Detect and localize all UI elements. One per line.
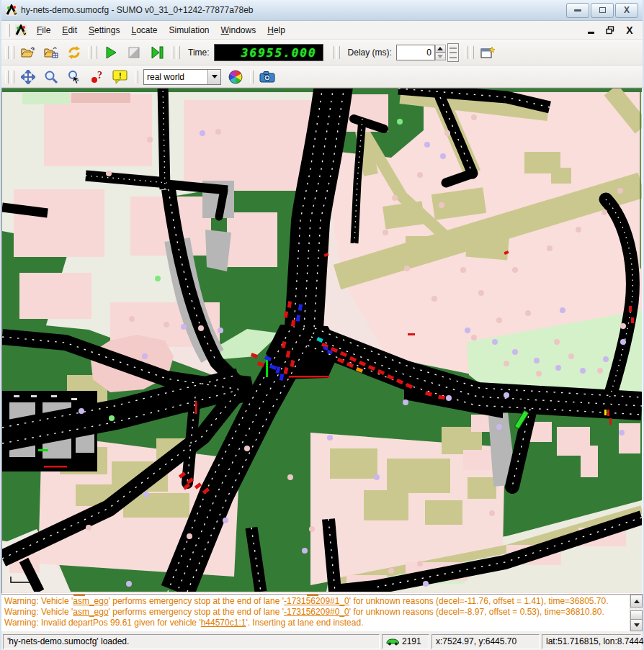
message-log-clipped-line xyxy=(1,595,643,596)
object-link[interactable]: -173156209#0_0 xyxy=(284,607,349,617)
title-bar[interactable]: hy-nets-demo.sumocfg - SUMO v0_31_0+1242… xyxy=(1,0,643,21)
run-button[interactable] xyxy=(100,42,122,63)
open-config-button[interactable] xyxy=(17,42,39,63)
toolbar-grip[interactable] xyxy=(88,46,91,59)
menu-help[interactable]: Help xyxy=(261,23,291,37)
toolbar-grip[interactable] xyxy=(5,46,9,59)
object-link[interactable]: h44570c1:1 xyxy=(201,618,246,628)
status-message: 'hy-nets-demo.sumocfg' loaded. xyxy=(7,636,129,646)
object-link[interactable]: asm_ego xyxy=(73,596,108,606)
warning-message: Warning: Invalid departPos 99.61 given f… xyxy=(4,618,630,628)
delay-input[interactable] xyxy=(397,47,434,58)
scroll-up-icon xyxy=(634,600,640,603)
toolbar-grip[interactable] xyxy=(465,46,468,59)
vehicle-count: 2191 xyxy=(402,636,421,646)
restore-button[interactable] xyxy=(591,3,614,18)
open-network-folder-icon xyxy=(44,46,58,59)
stop-button[interactable] xyxy=(123,42,145,63)
magnifier-icon xyxy=(44,70,58,84)
toolbar-grip[interactable] xyxy=(331,46,334,59)
toolbar-grip[interactable] xyxy=(94,46,97,59)
open-folder-icon xyxy=(21,46,35,59)
scroll-up-button[interactable] xyxy=(630,595,643,608)
vehicle-count-panel: 2191 xyxy=(382,634,429,649)
combobox-dropdown-button[interactable] xyxy=(207,70,220,84)
menu-settings[interactable]: Settings xyxy=(83,23,125,37)
mdi-close-button[interactable]: X xyxy=(621,23,638,37)
mdi-restore-button[interactable] xyxy=(601,23,619,37)
message-log-body: Warning: Vehicle 'asm_ego' performs emer… xyxy=(1,595,630,631)
scrollbar-track[interactable] xyxy=(630,608,643,618)
cursor-position: x:7524.97, y:6445.70 xyxy=(436,636,516,646)
reload-button[interactable] xyxy=(63,42,85,63)
inspect-vehicle-button[interactable]: ? xyxy=(86,68,108,86)
simulation-map xyxy=(2,89,642,592)
delay-dial[interactable] xyxy=(447,43,459,62)
locate-magnifier-icon xyxy=(67,70,81,84)
object-link[interactable]: asm_ego xyxy=(73,607,108,617)
sumo-main-window: hy-nets-demo.sumocfg - SUMO v0_31_0+1242… xyxy=(0,0,644,650)
view-scheme-value: real world xyxy=(144,70,207,84)
new-window-icon xyxy=(480,46,495,59)
toolbar-grip[interactable] xyxy=(6,24,10,37)
time-label: Time: xyxy=(188,48,210,58)
view-scheme-combobox[interactable]: real world xyxy=(143,69,221,85)
message-log-scrollbar[interactable] xyxy=(630,595,643,631)
mdi-minimize-button[interactable] xyxy=(582,23,599,37)
spin-down-icon xyxy=(437,55,443,58)
window-title: hy-nets-demo.sumocfg - SUMO v0_31_0+1242… xyxy=(21,5,566,15)
menu-edit[interactable]: Edit xyxy=(56,23,83,37)
status-message-panel: 'hy-nets-demo.sumocfg' loaded. xyxy=(3,634,380,649)
delay-input-box xyxy=(396,45,435,60)
zoom-button[interactable] xyxy=(40,68,62,86)
warning-message: Warning: Vehicle 'asm_ego' performs emer… xyxy=(4,607,630,618)
toolbar-grip[interactable] xyxy=(470,46,474,59)
toolbar-grip[interactable] xyxy=(11,46,14,59)
menu-items: FileEditSettingsLocateSimulationWindowsH… xyxy=(31,23,291,37)
time-display: 36955.000 xyxy=(214,44,323,61)
screenshot-button[interactable] xyxy=(256,68,278,86)
mdi-restore-icon xyxy=(606,26,614,35)
toolbar-grip[interactable] xyxy=(11,71,14,83)
open-network-button[interactable] xyxy=(40,42,62,63)
app-icon xyxy=(6,4,17,16)
message-log[interactable]: Warning: Vehicle 'asm_ego' performs emer… xyxy=(1,594,643,631)
map-canvas[interactable] xyxy=(1,88,643,594)
camera-icon xyxy=(259,71,275,83)
menu-file[interactable]: File xyxy=(31,23,56,37)
scroll-down-icon xyxy=(634,623,640,627)
menu-app-icon xyxy=(15,24,27,36)
recenter-view-button[interactable] xyxy=(17,68,39,86)
toolbar-grip[interactable] xyxy=(171,46,174,59)
view-toolbar: ? ! real world xyxy=(1,66,643,88)
show-messages-button[interactable]: ! xyxy=(109,68,131,86)
toolbar-grip[interactable] xyxy=(176,46,180,59)
locate-objects-button[interactable] xyxy=(63,68,85,86)
question-locate-icon: ? xyxy=(90,70,104,84)
close-button[interactable]: X xyxy=(615,3,638,18)
minimize-button[interactable] xyxy=(566,3,589,18)
menu-locate[interactable]: Locate xyxy=(125,23,163,37)
warning-message: Warning: Vehicle 'asm_ego' performs emer… xyxy=(4,596,630,607)
new-view-button[interactable] xyxy=(477,42,498,63)
message-bubble-icon: ! xyxy=(112,70,128,84)
mdi-close-icon: X xyxy=(626,25,632,35)
menu-windows[interactable]: Windows xyxy=(215,23,262,37)
geo-position: lat:51.716815, lon:8.744462 xyxy=(546,636,644,646)
object-link[interactable]: -173156209#1_0 xyxy=(284,596,349,606)
step-button[interactable] xyxy=(146,42,168,63)
toolbar-grip[interactable] xyxy=(336,46,340,59)
toolbar-grip[interactable] xyxy=(5,71,9,83)
delay-spin-down[interactable] xyxy=(435,53,446,60)
toolbar-grip[interactable] xyxy=(250,71,254,83)
spin-up-icon xyxy=(437,47,443,50)
reload-icon xyxy=(67,45,81,60)
color-wheel-icon xyxy=(228,69,243,85)
delay-spin-up[interactable] xyxy=(435,45,446,53)
cursor-position-panel: x:7524.97, y:6445.70 xyxy=(431,634,540,649)
menu-simulation[interactable]: Simulation xyxy=(163,23,215,37)
toolbar-grip[interactable] xyxy=(135,71,138,83)
scroll-down-button[interactable] xyxy=(630,618,643,631)
edit-coloring-button[interactable] xyxy=(225,68,246,86)
scrollbar-thumb[interactable] xyxy=(630,610,643,620)
